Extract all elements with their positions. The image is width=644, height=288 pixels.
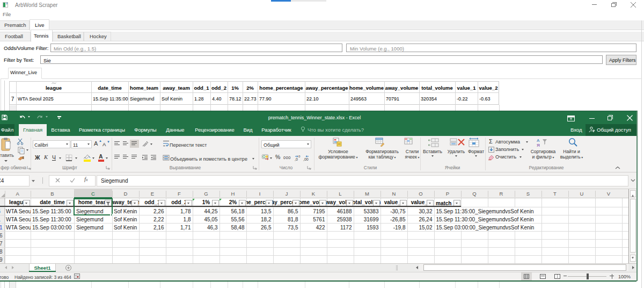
svg-text:А: А <box>537 138 540 143</box>
svg-text:,0: ,0 <box>295 157 298 161</box>
svg-text:0: 0 <box>298 155 301 158</box>
svg-text:Я: Я <box>537 143 540 147</box>
svg-text:,00: ,00 <box>303 157 309 161</box>
